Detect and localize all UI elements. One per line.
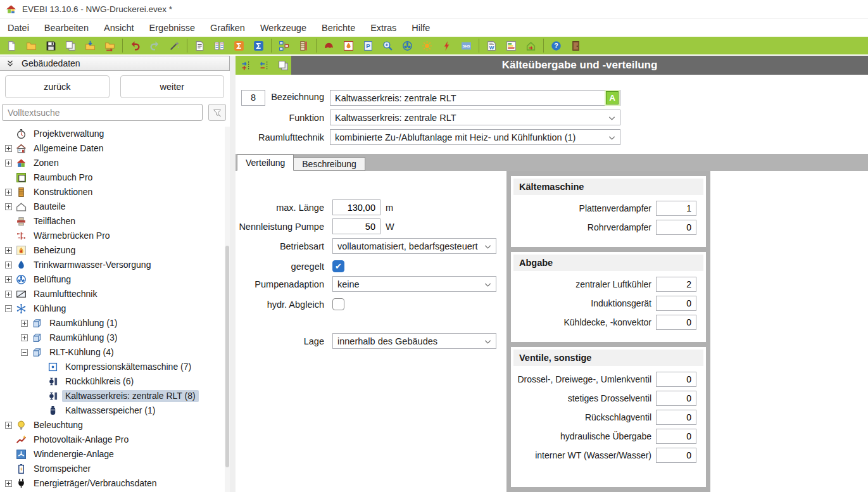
tree-item[interactable]: RLT-Kühlung (4) [0,345,230,360]
wall-section-button[interactable] [294,38,313,53]
roof-button[interactable] [319,38,339,53]
import-folder-button[interactable] [80,38,100,53]
tree-item[interactable]: Energieträger/Verbrauchsdaten [0,476,230,491]
expander-plus-icon[interactable] [21,320,28,327]
add-item-button[interactable] [239,58,253,72]
expander-minus-icon[interactable] [5,305,12,312]
panel-count-input[interactable] [656,429,696,444]
panel-count-input[interactable] [656,201,696,216]
house-balance-button[interactable] [521,38,541,53]
menu-ergebnisse[interactable]: Ergebnisse [142,20,203,35]
ventilation-fan-button[interactable] [398,38,417,53]
bezeichnung-input[interactable] [330,90,620,106]
tree-item[interactable]: Kaltwasserkreis: zentrale RLT (8) [0,389,230,403]
sidebar-header[interactable]: Gebäudedaten [0,56,230,71]
tree-item[interactable]: Belüftung [0,272,230,287]
tree-item[interactable]: Beleuchtung [0,418,230,432]
text-document-button[interactable] [190,38,210,53]
menu-grafiken[interactable]: Grafiken [203,20,253,35]
menu-hilfe[interactable]: Hilfe [404,20,437,35]
hydr-abgleich-checkbox[interactable] [332,298,344,310]
tree-item[interactable]: Kühlung [0,301,230,316]
copy-button[interactable] [61,38,80,53]
plan-p-button[interactable]: P [358,38,378,53]
menu-bearbeiten[interactable]: Bearbeiten [37,20,96,35]
tree-item[interactable]: Projektverwaltung [0,127,230,141]
panel-count-input[interactable] [656,315,696,330]
flowchart-button[interactable] [274,38,294,53]
record-number-field[interactable]: 8 [241,90,265,106]
panel-count-input[interactable] [656,372,696,387]
tree-item[interactable]: Stromspeicher [0,462,230,476]
electricity-button[interactable] [437,38,456,53]
expander-plus-icon[interactable] [5,145,12,152]
betriebsart-select[interactable]: vollautomatisiert, bedarfsgesteuert [332,238,496,254]
tree-item[interactable]: Zonen [0,156,230,170]
nennleistung-input[interactable] [332,218,381,234]
tree-item[interactable]: Kompressionskältemaschine (7) [0,360,230,374]
raumlufttechnik-select[interactable]: kombinierte Zu-/Abluftanlage mit Heiz- u… [330,129,620,145]
remove-item-button[interactable] [258,58,272,72]
magic-wand-button[interactable] [165,38,184,53]
expander-minus-icon[interactable] [21,349,28,356]
menu-werkzeuge[interactable]: Werkzeuge [253,20,314,35]
scrollbar-thumb[interactable] [225,246,229,467]
duplicate-button[interactable] [276,58,290,72]
help-button[interactable]: ? [546,38,566,53]
expander-plus-icon[interactable] [5,291,12,298]
panel-count-input[interactable] [656,296,696,311]
lage-select[interactable]: innerhalb des Gebäudes [332,333,496,349]
expander-plus-icon[interactable] [5,276,12,283]
tree-item[interactable]: Raumbuch Pro [0,170,230,185]
back-button[interactable]: zurück [5,75,110,98]
export-folder-button[interactable] [100,38,120,53]
report-word-button[interactable]: W [482,38,501,53]
redo-button[interactable] [145,38,165,53]
collapse-panel-icon[interactable] [6,59,15,68]
tree-item[interactable]: Teilflächen [0,214,230,229]
sum-orange-button[interactable] [229,38,249,53]
sun-shading-button[interactable] [417,38,437,53]
panel-count-input[interactable] [656,220,696,235]
zoom-search-button[interactable] [378,38,398,53]
tree-item[interactable]: Photovoltaik-Anlage Pro [0,432,230,447]
tree-item[interactable]: Bauteile [0,199,230,214]
expander-plus-icon[interactable] [5,480,12,487]
menu-berichte[interactable]: Berichte [314,20,363,35]
tree-item[interactable]: Raumkühlung (3) [0,331,230,345]
fire-protection-button[interactable] [339,38,358,53]
fulltext-search-input[interactable] [2,104,203,121]
geregelt-checkbox[interactable]: ✔ [332,260,344,272]
pumpenadaption-select[interactable]: keine [332,276,496,292]
expander-plus-icon[interactable] [5,422,12,429]
tree-item[interactable]: Konstruktionen [0,185,230,199]
open-folder-button[interactable] [22,38,41,53]
tree-item[interactable]: Trinkwarmwasser-Versorgung [0,258,230,272]
expander-plus-icon[interactable] [5,189,12,196]
tab-beschreibung[interactable]: Beschreibung [294,157,365,171]
expander-plus-icon[interactable] [5,160,12,167]
exit-button[interactable] [566,38,586,53]
panel-count-input[interactable] [656,448,696,463]
tree-item[interactable]: Beheizung [0,243,230,258]
filter-button[interactable] [208,104,226,121]
menu-datei[interactable]: Datei [0,20,37,35]
menu-ansicht[interactable]: Ansicht [96,20,142,35]
panel-count-input[interactable] [656,391,696,406]
tree-item[interactable]: Raumlufttechnik [0,287,230,301]
menu-extras[interactable]: Extras [363,20,404,35]
max-laenge-input[interactable] [332,199,381,215]
annotation-button[interactable]: A [606,91,619,104]
undo-button[interactable] [125,38,145,53]
energy-label-button[interactable] [501,38,521,53]
tree-item[interactable]: Allgemeine Daten [0,141,230,156]
tree-item[interactable]: Rückkühlkreis (6) [0,374,230,389]
sidebar-splitter[interactable] [230,56,236,492]
expander-plus-icon[interactable] [5,203,12,210]
sum-blue-button[interactable] [249,38,268,53]
sidebar-scrollbar[interactable] [225,127,230,492]
panel-count-input[interactable] [656,277,696,292]
save-button[interactable] [41,38,61,53]
tree-item[interactable]: Kaltwasserspeicher (1) [0,403,230,418]
expander-plus-icon[interactable] [21,334,28,341]
